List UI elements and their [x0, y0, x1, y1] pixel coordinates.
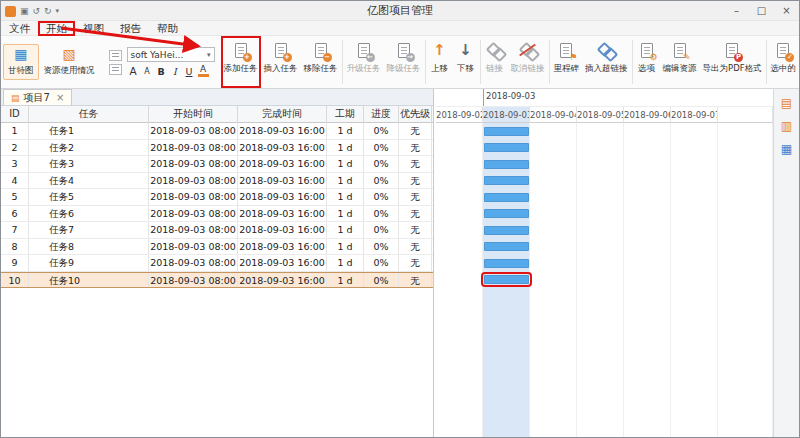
maximize-button[interactable]: □ [749, 1, 774, 20]
column-header-2[interactable]: 开始时间 [149, 106, 238, 123]
table-cell: 无 [399, 140, 432, 156]
menu-item-home[interactable]: 开始 [38, 21, 75, 36]
increase-font-button[interactable]: A [128, 65, 139, 77]
font-color-button[interactable]: A [198, 65, 209, 77]
chevron-down-icon[interactable]: ▾ [56, 1, 60, 21]
menu-item-report[interactable]: 报告 [112, 21, 149, 36]
column-header-6[interactable]: 优先级 [399, 106, 432, 123]
link-icon [485, 41, 505, 60]
group-separator [549, 40, 550, 84]
column-header-1[interactable]: 任务 [29, 106, 149, 123]
italic-button[interactable]: I [170, 66, 181, 77]
close-tab-icon[interactable]: × [56, 92, 64, 103]
gantt-chart: 2018-09-022018-09-032018-09-042018-09-05… [434, 89, 773, 437]
insert-hyperlink-button[interactable]: 插入超链接 [582, 36, 631, 88]
badge-glyph: ⚙ [649, 53, 657, 62]
table-row-2[interactable]: 2任务22018-09-03 08:002018-09-03 16:001 d0… [1, 140, 433, 157]
move-up-button[interactable]: ↑上移 [427, 36, 453, 88]
arrow-glyph: ↑ [433, 42, 446, 59]
badge-glyph: → [406, 53, 415, 62]
table-row-7[interactable]: 7任务72018-09-03 08:002018-09-03 16:001 d0… [1, 222, 433, 239]
add-task-button[interactable]: +添加任务 [221, 36, 261, 88]
menu-item-help[interactable]: 帮助 [149, 21, 186, 36]
column-header-5[interactable]: 进度 [364, 106, 399, 123]
indent-icon[interactable] [109, 50, 122, 61]
gantt-view-icon: ▦ [14, 47, 27, 62]
undo-icon[interactable]: ↺ [33, 1, 41, 21]
table-cell: 5 [1, 189, 29, 205]
gantt-view-button[interactable]: ▦甘特图 [3, 44, 39, 80]
gantt-bar-task-5[interactable] [484, 193, 529, 202]
gantt-bar-task-4[interactable] [484, 176, 529, 185]
column-header-3[interactable]: 完成时间 [238, 106, 327, 123]
table-cell: 1 d [327, 273, 364, 288]
minimize-button[interactable]: – [724, 1, 749, 20]
options-icon: ⚙ [637, 41, 657, 60]
resource-panel-icon[interactable]: ▥ [778, 117, 796, 135]
redo-icon[interactable]: ↻ [44, 1, 52, 21]
gantt-bar-task-1[interactable] [484, 127, 529, 136]
chevron-down-icon: ▾ [207, 51, 211, 59]
options-button[interactable]: ⚙选项 [634, 36, 660, 88]
gantt-bar-task-6[interactable] [484, 209, 529, 218]
save-icon[interactable]: ▣ [20, 1, 29, 21]
gantt-bar-task-10[interactable] [484, 275, 529, 284]
menu-item-file[interactable]: 文件 [1, 21, 38, 36]
table-row-3[interactable]: 3任务32018-09-03 08:002018-09-03 16:001 d0… [1, 156, 433, 173]
table-row-10[interactable]: 10任务102018-09-03 08:002018-09-03 16:001 … [1, 272, 433, 289]
table-cell: 0% [364, 255, 399, 271]
outdent-icon[interactable] [109, 64, 122, 75]
pane-splitter[interactable] [433, 89, 434, 437]
menu-item-view[interactable]: 视图 [75, 21, 112, 36]
export-pdf-button[interactable]: P导出为PDF格式 [700, 36, 765, 88]
table-row-1[interactable]: 1任务12018-09-03 08:002018-09-03 16:001 d0… [1, 123, 433, 140]
task-info-panel-icon[interactable]: ▤ [778, 94, 796, 112]
table-body: 1任务12018-09-03 08:002018-09-03 16:001 d0… [1, 123, 433, 288]
gantt-bar-task-3[interactable] [484, 160, 529, 169]
table-row-9[interactable]: 9任务92018-09-03 08:002018-09-03 16:001 d0… [1, 255, 433, 272]
quick-access-toolbar: ▣ ↺ ↻ ▾ [5, 1, 59, 21]
table-cell: 9 [1, 255, 29, 271]
demote-task-button[interactable]: →降级任务 [384, 36, 424, 88]
table-row-8[interactable]: 8任务82018-09-03 08:002018-09-03 16:001 d0… [1, 239, 433, 256]
column-header-4[interactable]: 工期 [327, 106, 364, 123]
move-down-button[interactable]: ↓下移 [453, 36, 479, 88]
unlink-button[interactable]: 取消链接 [508, 36, 548, 88]
edit-resource-button[interactable]: ✎编辑资源 [660, 36, 700, 88]
chart-panel-icon[interactable]: ▦ [778, 140, 796, 158]
lines-glyph [109, 50, 122, 61]
link-button[interactable]: 链接 [482, 36, 508, 88]
table-cell: 无 [399, 156, 432, 172]
table-cell: 无 [399, 206, 432, 222]
edit-resource-label: 编辑资源 [663, 63, 697, 75]
gantt-bar-task-2[interactable] [484, 143, 529, 152]
table-cell: 2018-09-03 08:00 [149, 140, 238, 156]
insert-task-button[interactable]: +插入任务 [261, 36, 301, 88]
table-row-5[interactable]: 5任务52018-09-03 08:002018-09-03 16:001 d0… [1, 189, 433, 206]
table-cell: 任务4 [29, 173, 149, 189]
bold-button[interactable]: B [156, 66, 167, 77]
export-pdf-label: 导出为PDF格式 [703, 63, 762, 75]
remove-task-button[interactable]: −移除任务 [301, 36, 341, 88]
move-up-icon: ↑ [430, 41, 450, 60]
milestone-button[interactable]: ⚑里程碑 [551, 36, 583, 88]
gantt-bar-task-7[interactable] [484, 226, 529, 235]
table-row-4[interactable]: 4任务42018-09-03 08:002018-09-03 16:001 d0… [1, 173, 433, 190]
insert-hyperlink-icon [596, 41, 616, 60]
gantt-bar-task-8[interactable] [484, 242, 529, 251]
resource-usage-view-button[interactable]: ▧资源使用情况 [39, 44, 100, 80]
insert-task-label: 插入任务 [264, 63, 298, 75]
selected-button[interactable]: ✓选中的 [768, 36, 799, 88]
table-row-6[interactable]: 6任务62018-09-03 08:002018-09-03 16:001 d0… [1, 206, 433, 223]
tab-project7[interactable]: ▤ 项目7 × [3, 89, 72, 105]
column-header-0[interactable]: ID [1, 106, 29, 123]
table-cell: 0% [364, 239, 399, 255]
font-name-select[interactable]: soft YaHei... ▾ [127, 47, 215, 62]
decrease-font-button[interactable]: A [142, 67, 153, 76]
add-task-icon: + [231, 41, 251, 60]
promote-task-button[interactable]: ←升级任务 [344, 36, 384, 88]
gantt-bar-task-9[interactable] [484, 259, 529, 268]
demote-task-icon: → [394, 41, 414, 60]
underline-button[interactable]: U [184, 66, 195, 77]
close-button[interactable]: × [774, 1, 799, 20]
